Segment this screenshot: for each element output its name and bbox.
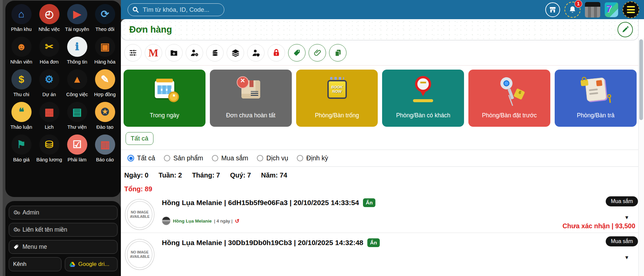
chevron-down-icon[interactable]: ▼ [624,214,629,220]
tag-icon[interactable] [288,44,306,62]
sidebar-item-domain-link[interactable]: ⚙⚙Liên kết tên miền [9,223,118,237]
task-boulder-icon: ▲ [67,69,87,89]
sidebar-item-thu-vien[interactable]: ▤Thư viện [63,102,91,130]
no-image-text: NO IMAGE AVAILABLE [130,210,149,219]
pad-rings [330,77,344,80]
coins-icon[interactable] [206,44,224,62]
filter-chip-tat-ca[interactable]: Tất cả [126,132,153,145]
sidebar-item-menu-me[interactable]: Menu me [9,240,118,254]
sidebar-item-tai-nguyen[interactable]: ▶Tài nguyên [63,4,91,32]
history-icon: ↺ [235,218,239,224]
apps-bag-button[interactable]: 7 [605,2,618,17]
sidebar-item-nhac-viec[interactable]: ◴Nhắc việc [35,4,63,32]
sidebar-item-bao-cao[interactable]: ▥Báo cáo [91,134,119,162]
sidebar-item-cong-viec[interactable]: ▲Công việc [63,69,91,97]
app-label: Thư viện [67,124,87,130]
content-scrollbar[interactable] [638,38,644,276]
sidebar-item-bao-gia[interactable]: ⚑Báo giá [7,134,35,162]
sidebar-item-theo-doi[interactable]: ⟳Theo dõi [91,4,119,32]
sidebar-item-thao-luan[interactable]: ❝Thảo luận [7,102,35,130]
google-drive-label: Google dri... [78,261,109,268]
left-scrollbar[interactable] [0,0,3,276]
sidebar-item-phan-khu[interactable]: ⌂Phân khu [7,4,35,32]
user-gear-icon[interactable] [186,44,203,62]
search-input[interactable] [142,6,225,14]
author-link[interactable]: Hồng Lụa Melanie [173,219,212,224]
order-row[interactable]: NO IMAGE AVAILABLE Hồng Lụa Melanie | 6d… [121,193,644,233]
app-label: Nhắc việc [39,27,60,32]
copy-icon[interactable] [329,44,347,62]
search-box[interactable] [128,3,224,16]
radio-dich-vu[interactable]: Dịch vụ [257,154,288,162]
lock-shape [581,79,589,86]
sidebar-app-grid: ⌂Phân khu ◴Nhắc việc ▶Tài nguyên ⟳Theo d… [5,1,121,197]
edit-button[interactable] [617,22,633,37]
link-label: Liên kết tên miền [22,226,67,233]
radio-label: Tất cả [137,154,155,162]
key-shape: 6 [495,73,524,106]
sidebar-item-hop-dong[interactable]: ✎Hợp đồng [91,69,119,97]
app-label: Báo giá [13,157,30,162]
radio-san-pham[interactable]: Sản phẩm [164,154,203,162]
sidebar-item-thong-tin[interactable]: ℹThông tin [63,37,91,65]
sidebar-item-hoa-don[interactable]: ✂Hóa đơn [35,37,63,65]
sidebar-item-nhan-vien[interactable]: ☻Nhân viên [7,37,35,65]
price-tag-icon: ⚑ [11,134,32,155]
quick-button-don-chua-hoan-tat[interactable]: ✕ Đơn chưa hoàn tất [210,70,292,127]
app-label: Theo dõi [95,27,114,32]
paperclip-icon[interactable] [309,44,326,62]
layers-icon[interactable] [227,44,244,62]
hidden-badge: Ẩn [367,238,380,247]
sidebar-item-phai-lam[interactable]: ☑Phải làm [63,134,91,162]
sidebar-item-lich[interactable]: ▦Lịch [35,102,63,130]
todo-clipboard-icon: ☑ [67,134,87,155]
quick-button-phong-ban-trong[interactable]: BOOK NOW Phòng/Bàn trống [296,70,378,127]
quick-button-phong-ban-tra[interactable]: Phòng/Bàn trả [555,70,637,127]
sidebar: ⌂Phân khu ◴Nhắc việc ▶Tài nguyên ⟳Theo d… [3,0,121,276]
topbar-actions: 1 7 [545,1,639,18]
key-ring [499,76,514,91]
scrollbar-thumb[interactable] [639,39,643,120]
toolbar: M [121,40,644,66]
radio-tat-ca[interactable]: Tất cả [128,154,155,162]
gmail-icon[interactable]: M [145,44,162,62]
quick-button-label: Phòng/Bàn có khách [396,112,451,119]
sidebar-item-hang-hoa[interactable]: ▣Hàng hóa [91,37,119,65]
quick-button-label: Phòng/Bàn trả [577,112,614,119]
sliders-icon[interactable] [124,44,142,62]
app-grid: ⌂Phân khu ◴Nhắc việc ▶Tài nguyên ⟳Theo d… [7,4,119,162]
app-label: Phân khu [11,27,32,32]
chevron-down-icon[interactable]: ▼ [624,254,629,260]
sidebar-item-admin[interactable]: ⚙⚙Admin [9,206,118,220]
lock-icon[interactable] [268,44,285,62]
stat-thang: Tháng: 7 [192,171,220,179]
sidebar-item-bang-luong[interactable]: ⛁Bảng lương [35,134,63,162]
sidebar-item-dao-tao[interactable]: ✪Đào tạo [91,102,119,130]
store-button[interactable] [545,2,560,17]
menu-bar [627,9,635,10]
app-label: Thu chi [13,92,30,97]
box-cancel-icon: ✕ [237,75,264,104]
hamburger-menu-button[interactable] [623,1,639,18]
quick-button-label: Phòng/Bàn trống [315,112,359,119]
radio-mua-sam[interactable]: Mua sắm [212,154,248,162]
channel-button[interactable]: Kênh [9,257,61,271]
folder-plus-icon[interactable] [165,44,183,62]
quick-button-phong-ban-dat-truoc[interactable]: 6 Phòng/Bàn đặt trước [468,70,550,127]
radio-label: Sản phẩm [173,154,203,162]
order-row[interactable]: NO IMAGE AVAILABLE Hồng Lụa Melanie | 30… [121,233,644,272]
sidebar-item-du-an[interactable]: ⚙Dự án [35,69,63,97]
radio-dinh-ky[interactable]: Định kỳ [297,154,328,162]
tag-icon [13,244,19,250]
bed-glyph: ▬ [417,78,429,90]
app-label: Dự án [42,92,56,97]
quick-button-phong-ban-co-khach[interactable]: ▬ Phòng/Bàn có khách [382,70,464,127]
invoice-scissors-icon: ✂ [39,37,59,57]
sidebar-item-thu-chi[interactable]: $Thu chi [7,69,35,97]
user-shield-icon[interactable] [247,44,265,62]
google-drive-button[interactable]: Google dri... [65,257,118,271]
user-avatar[interactable] [585,2,600,17]
idea-gear-icon: ⚙ [39,69,59,89]
sidebar-links-panel: ⚙⚙Admin ⚙⚙Liên kết tên miền Menu me Kênh… [5,201,121,276]
quick-button-trong-ngay[interactable]: Trong ngày [124,70,205,127]
